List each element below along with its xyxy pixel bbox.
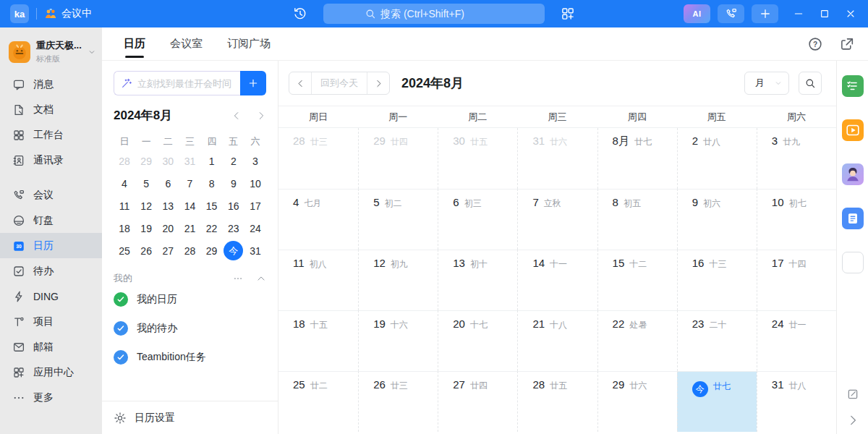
day-cell[interactable]: 5 初二 (358, 189, 438, 250)
create-button[interactable] (752, 4, 778, 23)
minimize-button[interactable] (786, 0, 812, 27)
maximize-button[interactable] (812, 0, 838, 27)
meeting-status-badge[interactable]: 会议中 (44, 7, 92, 20)
tab-meeting-rooms[interactable]: 会议室 (170, 27, 203, 61)
mini-day-cell[interactable]: 3 (244, 150, 266, 172)
mini-day-cell[interactable]: 25 (114, 239, 135, 262)
sidebar-item-todo[interactable]: 待办 (0, 258, 102, 284)
calendar-settings-button[interactable]: 日历设置 (102, 401, 278, 434)
sidebar-item-drive[interactable]: 钉盘 (0, 208, 102, 233)
meeting-time-finder-input[interactable] (137, 78, 234, 89)
mini-day-cell[interactable]: 27 (157, 239, 179, 262)
calendar-list-item[interactable]: 我的待办 (114, 314, 266, 343)
day-cell[interactable]: 22 处暑 (597, 310, 677, 371)
mini-day-cell[interactable]: 今 (223, 239, 244, 262)
mini-day-cell[interactable]: 17 (244, 195, 266, 217)
mini-day-cell[interactable]: 29 (201, 239, 223, 262)
day-cell[interactable]: 28 廿五 (517, 371, 597, 432)
day-cell[interactable]: 今 廿七 (677, 371, 757, 432)
mini-day-cell[interactable]: 11 (114, 195, 135, 217)
help-icon[interactable]: ? (807, 36, 823, 52)
meeting-time-finder[interactable] (114, 71, 240, 95)
mini-day-cell[interactable]: 16 (223, 195, 244, 217)
day-cell[interactable]: 29 廿六 (597, 371, 677, 432)
mini-day-cell[interactable]: 6 (157, 172, 179, 195)
mini-day-cell[interactable]: 31 (179, 150, 200, 172)
day-cell[interactable]: 15 十二 (597, 250, 677, 310)
day-cell[interactable]: 28 廿三 (278, 128, 358, 189)
mini-day-cell[interactable]: 24 (244, 217, 266, 239)
day-cell[interactable]: 4 七月 (278, 189, 358, 250)
day-cell[interactable]: 31 廿六 (517, 128, 597, 189)
mini-day-cell[interactable]: 28 (179, 239, 200, 262)
global-search-input[interactable] (380, 8, 503, 20)
day-cell[interactable]: 9 初六 (677, 189, 757, 250)
sidebar-item-app-center[interactable]: 应用中心 (0, 359, 102, 385)
mini-day-cell[interactable]: 22 (201, 217, 223, 239)
mini-day-cell[interactable]: 18 (114, 217, 135, 239)
day-cell[interactable]: 18 十五 (278, 310, 358, 371)
day-cell[interactable]: 6 初三 (438, 189, 517, 250)
day-cell[interactable]: 21 十八 (517, 310, 597, 371)
open-external-icon[interactable] (839, 36, 855, 52)
check-circle-icon[interactable] (114, 321, 128, 336)
apps-grid-icon[interactable] (561, 7, 575, 21)
more-options-icon[interactable] (233, 273, 243, 284)
day-cell[interactable]: 23 二十 (677, 310, 757, 371)
mini-day-cell[interactable]: 10 (244, 172, 266, 195)
rail-app-docs[interactable] (842, 208, 864, 229)
sidebar-item-more[interactable]: 更多 (0, 385, 102, 410)
calendar-search-button[interactable] (799, 72, 822, 95)
sidebar-item-projects[interactable]: 项目 (0, 309, 102, 334)
rail-app-video[interactable] (842, 119, 864, 141)
sidebar-item-workbench[interactable]: 工作台 (0, 122, 102, 148)
mini-day-cell[interactable]: 26 (135, 239, 157, 262)
mini-day-cell[interactable]: 23 (223, 217, 244, 239)
close-button[interactable] (838, 0, 864, 27)
day-cell[interactable]: 16 十三 (677, 250, 757, 310)
day-cell[interactable]: 17 十四 (757, 250, 836, 310)
collapse-rail-icon[interactable] (846, 414, 859, 427)
calendar-list-item[interactable]: 我的日历 (114, 285, 266, 314)
day-cell[interactable]: 24 廿一 (757, 310, 836, 371)
mini-day-cell[interactable]: 13 (157, 195, 179, 217)
mini-day-cell[interactable]: 1 (201, 150, 223, 172)
collapse-icon[interactable] (256, 273, 266, 284)
day-cell[interactable]: 26 廿三 (358, 371, 438, 432)
sidebar-item-calendar[interactable]: 30 日历 (0, 233, 102, 258)
view-mode-select[interactable]: 月 (744, 72, 789, 95)
next-button[interactable] (367, 72, 389, 94)
mini-day-cell[interactable]: 21 (179, 217, 200, 239)
ai-assistant-button[interactable]: AI (684, 4, 710, 23)
mini-day-cell[interactable]: 4 (114, 172, 135, 195)
check-circle-icon[interactable] (114, 292, 128, 307)
rail-app-avatar[interactable] (842, 163, 864, 185)
sidebar-item-contacts[interactable]: 通讯录 (0, 148, 102, 173)
tab-subscription-plaza[interactable]: 订阅广场 (227, 27, 271, 61)
back-to-today-button[interactable]: 回到今天 (311, 72, 367, 94)
rail-app-tasks[interactable] (842, 75, 864, 97)
sidebar-item-mail[interactable]: 邮箱 (0, 334, 102, 359)
day-cell[interactable]: 3 廿九 (757, 128, 836, 189)
note-edit-icon[interactable] (846, 388, 859, 401)
prev-button[interactable] (289, 72, 311, 94)
mini-day-cell[interactable]: 31 (244, 239, 266, 262)
day-cell[interactable]: 8 初五 (597, 189, 677, 250)
global-search-box[interactable] (323, 4, 545, 24)
app-logo[interactable]: ka (10, 4, 29, 23)
create-event-button[interactable] (240, 71, 266, 95)
day-cell[interactable]: 2 廿八 (677, 128, 757, 189)
video-call-button[interactable] (718, 4, 744, 23)
calendar-list-item[interactable]: Teambition任务 (114, 343, 266, 372)
day-cell[interactable]: 27 廿四 (438, 371, 517, 432)
day-cell[interactable]: 30 廿五 (438, 128, 517, 189)
history-icon[interactable] (293, 7, 307, 21)
day-cell[interactable]: 7 立秋 (517, 189, 597, 250)
day-cell[interactable]: 12 初九 (358, 250, 438, 310)
org-switcher[interactable]: 重庆天极... 标准版 (0, 35, 102, 72)
mini-day-cell[interactable]: 12 (135, 195, 157, 217)
mini-day-cell[interactable]: 9 (223, 172, 244, 195)
mini-day-cell[interactable]: 2 (223, 150, 244, 172)
rail-add-button[interactable] (842, 252, 864, 273)
day-cell[interactable]: 20 十七 (438, 310, 517, 371)
